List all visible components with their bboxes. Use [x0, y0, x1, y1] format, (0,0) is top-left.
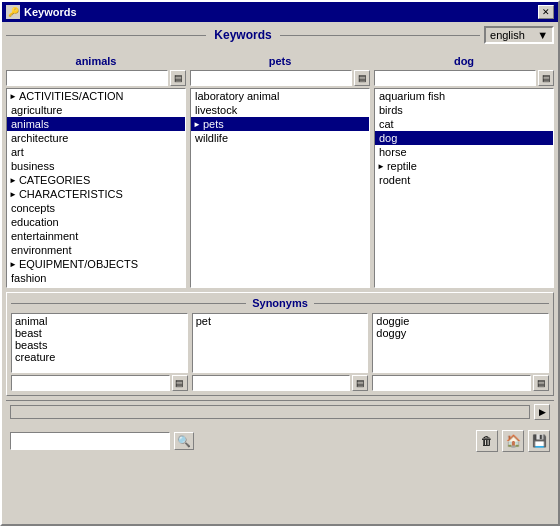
header-line-left [6, 35, 206, 36]
list-item-selected[interactable]: ►pets [191, 117, 369, 131]
language-dropdown[interactable]: english ▼ [484, 26, 554, 44]
syn-item: doggie [374, 315, 547, 327]
list-item-selected[interactable]: animals [7, 117, 185, 131]
col-dog-header: dog [374, 54, 554, 68]
col-animals-list[interactable]: ►ACTIVITIES/ACTION agriculture animals a… [7, 89, 185, 287]
col-animals-list-wrapper: ►ACTIVITIES/ACTION agriculture animals a… [6, 88, 186, 288]
list-item[interactable]: rodent [375, 173, 553, 187]
list-item-selected[interactable]: dog [375, 131, 553, 145]
progress-bar [10, 405, 530, 419]
syn-item: beasts [13, 339, 186, 351]
syn-col-pets: pet ▤ [192, 313, 369, 391]
col-animals-search-btn[interactable]: ▤ [170, 70, 186, 86]
col-dog: dog ▤ aquarium fish birds cat dog horse … [374, 54, 554, 288]
col-pets-search[interactable] [190, 70, 352, 86]
list-item[interactable]: aquarium fish [375, 89, 553, 103]
save-button[interactable]: 💾 [528, 430, 550, 452]
keywords-header: Keywords english ▼ [6, 26, 554, 44]
col-pets-list-wrapper: laboratory animal livestock ►pets wildli… [190, 88, 370, 288]
synonyms-label: Synonyms [11, 297, 549, 309]
list-item[interactable]: laboratory animal [191, 89, 369, 103]
list-item[interactable]: ►reptile [375, 159, 553, 173]
col-animals-header: animals [6, 54, 186, 68]
list-item[interactable]: business [7, 159, 185, 173]
syn-animals-input[interactable] [11, 375, 170, 391]
list-item[interactable]: ►EQUIPMENT/OBJECTS [7, 257, 185, 271]
list-item[interactable]: ►ACTIVITIES/ACTION [7, 89, 185, 103]
col-dog-search[interactable] [374, 70, 536, 86]
language-value: english [490, 29, 525, 41]
syn-item: doggy [374, 327, 547, 339]
window-title: Keywords [24, 6, 77, 18]
bottom-actions: 🗑 🏠 💾 [476, 430, 550, 452]
syn-animals-search-row: ▤ [11, 375, 188, 391]
search-icon: 🔍 [177, 435, 191, 448]
list-item[interactable]: livestock [191, 103, 369, 117]
search-button[interactable]: 🔍 [174, 432, 194, 450]
col-animals-search[interactable] [6, 70, 168, 86]
list-item[interactable]: agriculture [7, 103, 185, 117]
col-pets-search-btn[interactable]: ▤ [354, 70, 370, 86]
syn-item: beast [13, 327, 186, 339]
syn-list-animals[interactable]: animal beast beasts creature [11, 313, 188, 373]
list-item[interactable]: concepts [7, 201, 185, 215]
status-bar: ▶ [6, 400, 554, 423]
title-bar-left: 🔑 Keywords [6, 5, 77, 19]
col-pets: pets ▤ laboratory animal livestock ►pets… [190, 54, 370, 288]
col-animals: animals ▤ ►ACTIVITIES/ACTION agriculture… [6, 54, 186, 288]
home-button[interactable]: 🏠 [502, 430, 524, 452]
list-item[interactable]: environment [7, 243, 185, 257]
syn-pets-btn[interactable]: ▤ [352, 375, 368, 391]
syn-animals-btn[interactable]: ▤ [172, 375, 188, 391]
search-input[interactable] [10, 432, 170, 450]
syn-list-dog[interactable]: doggie doggy [372, 313, 549, 373]
list-item[interactable]: ►CHARACTERISTICS [7, 187, 185, 201]
keywords-window: 🔑 Keywords ✕ Keywords english ▼ animals … [0, 0, 560, 526]
list-item[interactable]: horse [375, 145, 553, 159]
synonyms-columns: animal beast beasts creature ▤ pet [11, 313, 549, 391]
col-dog-list-wrapper: aquarium fish birds cat dog horse ►repti… [374, 88, 554, 288]
delete-button[interactable]: 🗑 [476, 430, 498, 452]
home-icon: 🏠 [506, 434, 521, 448]
list-item[interactable]: entertainment [7, 229, 185, 243]
list-item[interactable]: ►CATEGORIES [7, 173, 185, 187]
col-animals-search-row: ▤ [6, 70, 186, 86]
keywords-title: Keywords [210, 28, 275, 42]
syn-col-dog: doggie doggy ▤ [372, 313, 549, 391]
keyword-columns: animals ▤ ►ACTIVITIES/ACTION agriculture… [6, 54, 554, 288]
syn-dog-search-row: ▤ [372, 375, 549, 391]
synonyms-section: Synonyms animal beast beasts creature ▤ [6, 292, 554, 396]
syn-item: creature [13, 351, 186, 363]
syn-col-animals: animal beast beasts creature ▤ [11, 313, 188, 391]
forward-nav-btn[interactable]: ▶ [534, 404, 550, 420]
col-pets-search-row: ▤ [190, 70, 370, 86]
title-bar: 🔑 Keywords ✕ [2, 2, 558, 22]
syn-item: pet [194, 315, 367, 327]
window-content: Keywords english ▼ animals ▤ ►ACTIVITIES… [2, 22, 558, 524]
list-item[interactable]: birds [375, 103, 553, 117]
syn-dog-input[interactable] [372, 375, 531, 391]
syn-pets-search-row: ▤ [192, 375, 369, 391]
syn-list-pets[interactable]: pet [192, 313, 369, 373]
list-item[interactable]: wildlife [191, 131, 369, 145]
col-pets-header: pets [190, 54, 370, 68]
list-item[interactable]: fashion [7, 271, 185, 285]
save-icon: 💾 [532, 434, 547, 448]
language-arrow: ▼ [537, 29, 548, 41]
col-pets-list[interactable]: laboratory animal livestock ►pets wildli… [191, 89, 369, 287]
list-item[interactable]: education [7, 215, 185, 229]
header-line-right [280, 35, 480, 36]
col-dog-search-row: ▤ [374, 70, 554, 86]
col-dog-search-btn[interactable]: ▤ [538, 70, 554, 86]
list-item[interactable]: food [7, 285, 185, 287]
delete-icon: 🗑 [481, 434, 493, 448]
list-item[interactable]: architecture [7, 131, 185, 145]
list-item[interactable]: art [7, 145, 185, 159]
close-button[interactable]: ✕ [538, 5, 554, 19]
col-dog-list[interactable]: aquarium fish birds cat dog horse ►repti… [375, 89, 553, 287]
syn-item: animal [13, 315, 186, 327]
syn-pets-input[interactable] [192, 375, 351, 391]
window-icon: 🔑 [6, 5, 20, 19]
list-item[interactable]: cat [375, 117, 553, 131]
syn-dog-btn[interactable]: ▤ [533, 375, 549, 391]
